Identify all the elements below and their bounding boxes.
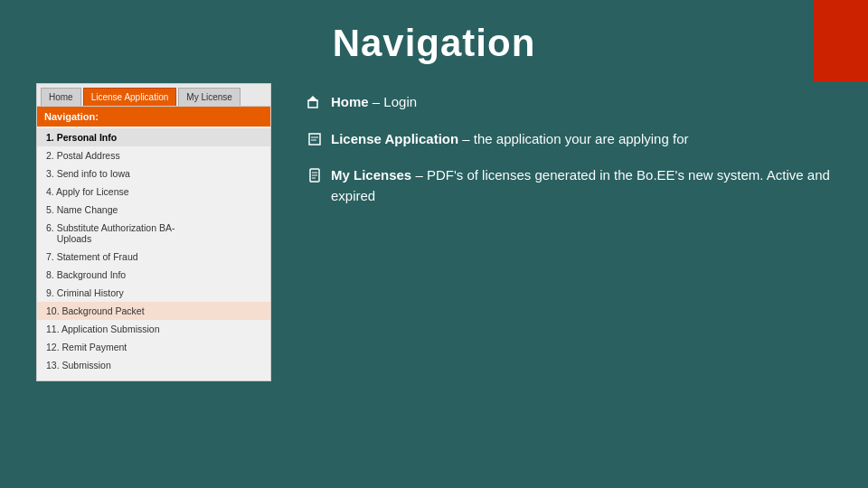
nav-item-personal-info[interactable]: 1. Personal Info bbox=[37, 128, 270, 146]
nav-item-submission[interactable]: 13. Submission bbox=[37, 356, 270, 374]
tab-my-license[interactable]: My License bbox=[178, 88, 241, 106]
content-area: Home License Application My License Navi… bbox=[0, 83, 868, 381]
nav-item-send-info[interactable]: 3. Send info to Iowa bbox=[37, 164, 270, 183]
bullet-text-license: License Application – the application yo… bbox=[331, 129, 688, 150]
nav-item-name-change[interactable]: 5. Name Change bbox=[37, 201, 270, 219]
nav-item-apply-license[interactable]: 4. Apply for License bbox=[37, 183, 270, 201]
decorative-rect bbox=[814, 0, 868, 81]
svg-rect-2 bbox=[309, 134, 320, 145]
bullet-item-my-licenses: My Licenses – PDF's of licenses generate… bbox=[307, 165, 832, 206]
nav-item-postal-address[interactable]: 2. Postal Address bbox=[37, 146, 270, 164]
tab-license-application[interactable]: License Application bbox=[83, 88, 177, 106]
nav-item-substitute[interactable]: 6. Substitute Authorization BA- Uploads bbox=[37, 219, 270, 248]
bullet-icon-my-licenses bbox=[307, 168, 322, 183]
nav-item-background-packet[interactable]: 10. Background Packet bbox=[37, 302, 270, 320]
svg-rect-0 bbox=[308, 100, 317, 108]
nav-item-criminal-history[interactable]: 9. Criminal History bbox=[37, 284, 270, 302]
nav-header: Navigation: bbox=[37, 107, 270, 127]
bullet-icon-home bbox=[307, 95, 322, 109]
bullet-item-home: Home – Login bbox=[307, 92, 832, 113]
bullet-panel: Home – Login License Application – the a… bbox=[307, 83, 832, 206]
bullet-item-license: License Application – the application yo… bbox=[307, 129, 832, 150]
nav-panel: Home License Application My License Navi… bbox=[36, 83, 271, 381]
page-title: Navigation bbox=[0, 0, 868, 65]
tab-home[interactable]: Home bbox=[41, 88, 81, 106]
nav-item-background-info[interactable]: 8. Background Info bbox=[37, 266, 270, 284]
nav-item-remit-payment[interactable]: 12. Remit Payment bbox=[37, 338, 270, 356]
svg-marker-1 bbox=[307, 96, 318, 101]
bullet-text-home: Home – Login bbox=[331, 92, 417, 113]
bullet-icon-license bbox=[307, 132, 322, 146]
nav-item-application-submission[interactable]: 11. Application Submission bbox=[37, 320, 270, 338]
nav-item-fraud[interactable]: 7. Statement of Fraud bbox=[37, 248, 270, 266]
bullet-text-my-licenses: My Licenses – PDF's of licenses generate… bbox=[331, 165, 832, 206]
tabs-bar: Home License Application My License bbox=[37, 84, 270, 107]
